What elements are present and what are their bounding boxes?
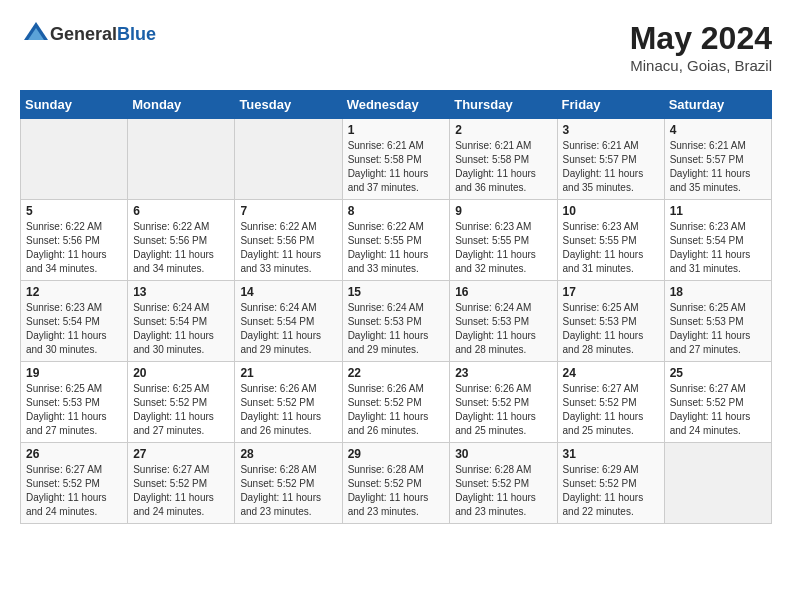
day-info: Sunrise: 6:22 AM Sunset: 5:56 PM Dayligh… (133, 220, 229, 276)
day-number: 21 (240, 366, 336, 380)
day-info: Sunrise: 6:25 AM Sunset: 5:53 PM Dayligh… (26, 382, 122, 438)
calendar-cell: 30Sunrise: 6:28 AM Sunset: 5:52 PM Dayli… (450, 443, 557, 524)
day-number: 15 (348, 285, 445, 299)
calendar-cell (664, 443, 771, 524)
day-info: Sunrise: 6:21 AM Sunset: 5:58 PM Dayligh… (348, 139, 445, 195)
day-info: Sunrise: 6:27 AM Sunset: 5:52 PM Dayligh… (133, 463, 229, 519)
title-block: May 2024 Minacu, Goias, Brazil (630, 20, 772, 74)
day-number: 25 (670, 366, 766, 380)
day-info: Sunrise: 6:23 AM Sunset: 5:54 PM Dayligh… (670, 220, 766, 276)
day-info: Sunrise: 6:21 AM Sunset: 5:57 PM Dayligh… (563, 139, 659, 195)
calendar-cell: 27Sunrise: 6:27 AM Sunset: 5:52 PM Dayli… (128, 443, 235, 524)
calendar-cell: 1Sunrise: 6:21 AM Sunset: 5:58 PM Daylig… (342, 119, 450, 200)
calendar-cell: 10Sunrise: 6:23 AM Sunset: 5:55 PM Dayli… (557, 200, 664, 281)
day-number: 20 (133, 366, 229, 380)
day-info: Sunrise: 6:26 AM Sunset: 5:52 PM Dayligh… (455, 382, 551, 438)
calendar-week-row: 1Sunrise: 6:21 AM Sunset: 5:58 PM Daylig… (21, 119, 772, 200)
day-number: 1 (348, 123, 445, 137)
day-number: 11 (670, 204, 766, 218)
day-number: 23 (455, 366, 551, 380)
day-number: 29 (348, 447, 445, 461)
day-number: 4 (670, 123, 766, 137)
day-number: 18 (670, 285, 766, 299)
day-info: Sunrise: 6:22 AM Sunset: 5:56 PM Dayligh… (240, 220, 336, 276)
day-number: 9 (455, 204, 551, 218)
day-number: 12 (26, 285, 122, 299)
day-number: 7 (240, 204, 336, 218)
day-info: Sunrise: 6:27 AM Sunset: 5:52 PM Dayligh… (670, 382, 766, 438)
calendar-cell: 2Sunrise: 6:21 AM Sunset: 5:58 PM Daylig… (450, 119, 557, 200)
calendar-cell: 26Sunrise: 6:27 AM Sunset: 5:52 PM Dayli… (21, 443, 128, 524)
day-number: 6 (133, 204, 229, 218)
calendar-cell: 9Sunrise: 6:23 AM Sunset: 5:55 PM Daylig… (450, 200, 557, 281)
calendar-cell (128, 119, 235, 200)
day-number: 28 (240, 447, 336, 461)
calendar-cell: 21Sunrise: 6:26 AM Sunset: 5:52 PM Dayli… (235, 362, 342, 443)
calendar-cell: 23Sunrise: 6:26 AM Sunset: 5:52 PM Dayli… (450, 362, 557, 443)
day-number: 3 (563, 123, 659, 137)
calendar-week-row: 5Sunrise: 6:22 AM Sunset: 5:56 PM Daylig… (21, 200, 772, 281)
day-number: 14 (240, 285, 336, 299)
calendar-cell: 3Sunrise: 6:21 AM Sunset: 5:57 PM Daylig… (557, 119, 664, 200)
day-info: Sunrise: 6:28 AM Sunset: 5:52 PM Dayligh… (240, 463, 336, 519)
calendar-cell: 28Sunrise: 6:28 AM Sunset: 5:52 PM Dayli… (235, 443, 342, 524)
day-number: 19 (26, 366, 122, 380)
calendar-cell: 16Sunrise: 6:24 AM Sunset: 5:53 PM Dayli… (450, 281, 557, 362)
calendar-header-row: Sunday Monday Tuesday Wednesday Thursday… (21, 91, 772, 119)
day-number: 27 (133, 447, 229, 461)
header-monday: Monday (128, 91, 235, 119)
calendar-cell: 19Sunrise: 6:25 AM Sunset: 5:53 PM Dayli… (21, 362, 128, 443)
calendar-table: Sunday Monday Tuesday Wednesday Thursday… (20, 90, 772, 524)
calendar-cell: 12Sunrise: 6:23 AM Sunset: 5:54 PM Dayli… (21, 281, 128, 362)
calendar-cell: 15Sunrise: 6:24 AM Sunset: 5:53 PM Dayli… (342, 281, 450, 362)
day-number: 13 (133, 285, 229, 299)
calendar-cell: 20Sunrise: 6:25 AM Sunset: 5:52 PM Dayli… (128, 362, 235, 443)
day-info: Sunrise: 6:23 AM Sunset: 5:55 PM Dayligh… (455, 220, 551, 276)
day-number: 24 (563, 366, 659, 380)
header-wednesday: Wednesday (342, 91, 450, 119)
day-info: Sunrise: 6:21 AM Sunset: 5:57 PM Dayligh… (670, 139, 766, 195)
day-info: Sunrise: 6:28 AM Sunset: 5:52 PM Dayligh… (348, 463, 445, 519)
logo: GeneralBlue (20, 20, 156, 48)
logo-icon (22, 20, 50, 48)
calendar-cell: 31Sunrise: 6:29 AM Sunset: 5:52 PM Dayli… (557, 443, 664, 524)
logo-general-text: General (50, 24, 117, 44)
calendar-cell: 5Sunrise: 6:22 AM Sunset: 5:56 PM Daylig… (21, 200, 128, 281)
logo-blue-text: Blue (117, 24, 156, 44)
day-number: 10 (563, 204, 659, 218)
calendar-cell: 22Sunrise: 6:26 AM Sunset: 5:52 PM Dayli… (342, 362, 450, 443)
day-info: Sunrise: 6:21 AM Sunset: 5:58 PM Dayligh… (455, 139, 551, 195)
day-info: Sunrise: 6:25 AM Sunset: 5:53 PM Dayligh… (670, 301, 766, 357)
day-info: Sunrise: 6:24 AM Sunset: 5:54 PM Dayligh… (240, 301, 336, 357)
calendar-cell: 7Sunrise: 6:22 AM Sunset: 5:56 PM Daylig… (235, 200, 342, 281)
day-number: 2 (455, 123, 551, 137)
day-info: Sunrise: 6:27 AM Sunset: 5:52 PM Dayligh… (563, 382, 659, 438)
day-number: 30 (455, 447, 551, 461)
header-sunday: Sunday (21, 91, 128, 119)
calendar-week-row: 19Sunrise: 6:25 AM Sunset: 5:53 PM Dayli… (21, 362, 772, 443)
calendar-cell: 11Sunrise: 6:23 AM Sunset: 5:54 PM Dayli… (664, 200, 771, 281)
header-friday: Friday (557, 91, 664, 119)
day-number: 31 (563, 447, 659, 461)
calendar-cell (235, 119, 342, 200)
day-info: Sunrise: 6:27 AM Sunset: 5:52 PM Dayligh… (26, 463, 122, 519)
calendar-cell: 6Sunrise: 6:22 AM Sunset: 5:56 PM Daylig… (128, 200, 235, 281)
day-info: Sunrise: 6:26 AM Sunset: 5:52 PM Dayligh… (348, 382, 445, 438)
calendar-cell: 13Sunrise: 6:24 AM Sunset: 5:54 PM Dayli… (128, 281, 235, 362)
calendar-cell: 25Sunrise: 6:27 AM Sunset: 5:52 PM Dayli… (664, 362, 771, 443)
calendar-week-row: 26Sunrise: 6:27 AM Sunset: 5:52 PM Dayli… (21, 443, 772, 524)
calendar-cell: 18Sunrise: 6:25 AM Sunset: 5:53 PM Dayli… (664, 281, 771, 362)
header-saturday: Saturday (664, 91, 771, 119)
day-number: 17 (563, 285, 659, 299)
header-thursday: Thursday (450, 91, 557, 119)
day-info: Sunrise: 6:29 AM Sunset: 5:52 PM Dayligh… (563, 463, 659, 519)
month-year-title: May 2024 (630, 20, 772, 57)
day-number: 22 (348, 366, 445, 380)
calendar-cell: 24Sunrise: 6:27 AM Sunset: 5:52 PM Dayli… (557, 362, 664, 443)
calendar-cell: 17Sunrise: 6:25 AM Sunset: 5:53 PM Dayli… (557, 281, 664, 362)
calendar-week-row: 12Sunrise: 6:23 AM Sunset: 5:54 PM Dayli… (21, 281, 772, 362)
day-info: Sunrise: 6:24 AM Sunset: 5:53 PM Dayligh… (455, 301, 551, 357)
day-number: 26 (26, 447, 122, 461)
day-number: 16 (455, 285, 551, 299)
day-info: Sunrise: 6:24 AM Sunset: 5:54 PM Dayligh… (133, 301, 229, 357)
